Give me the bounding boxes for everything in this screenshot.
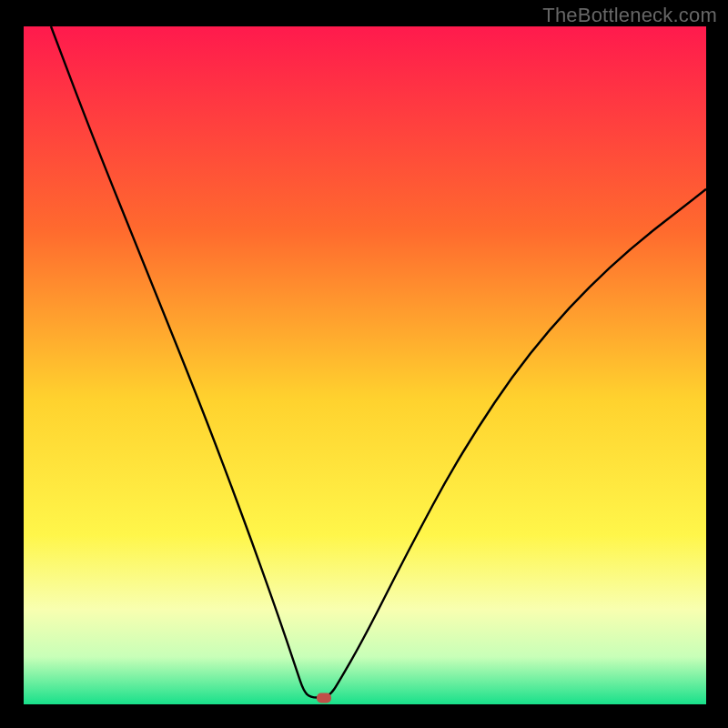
bottleneck-chart bbox=[0, 0, 728, 728]
optimum-marker bbox=[317, 693, 331, 703]
chart-frame: TheBottleneck.com bbox=[0, 0, 728, 728]
watermark-text: TheBottleneck.com bbox=[542, 4, 717, 27]
plot-area bbox=[24, 26, 706, 704]
